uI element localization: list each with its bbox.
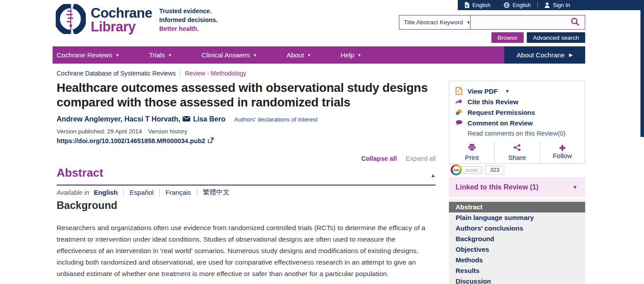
outline-item-discussion[interactable]: Discussion — [449, 276, 585, 284]
language-espanol[interactable]: Español — [130, 189, 153, 196]
search-input[interactable] — [471, 15, 565, 29]
utility-bar: English English Sign In — [458, 0, 644, 10]
site-language-label: English — [513, 2, 531, 8]
search-scope-label: Title Abstract Keyword — [404, 19, 463, 26]
permissions-icon — [455, 109, 463, 115]
language-francais[interactable]: Français — [165, 189, 191, 196]
nav-label: About — [287, 51, 304, 59]
print-button[interactable]: Print — [449, 141, 494, 163]
outline-item-objectives[interactable]: Objectives — [449, 244, 585, 255]
request-permissions-label: Request Permissions — [468, 109, 535, 116]
request-permissions-button[interactable]: Request Permissions — [455, 107, 585, 117]
version-history-link[interactable]: Version history — [148, 128, 188, 135]
window-scrollbar[interactable] — [640, 0, 644, 137]
language-english[interactable]: English — [94, 189, 118, 196]
article-actions-box: View PDF ▼ Cite this Review Request Perm… — [449, 81, 585, 142]
altmetric-logo-text: Am — [452, 166, 460, 174]
nav-about[interactable]: About▼ — [287, 51, 311, 59]
nav-clinical-answers[interactable]: Clinical Answers▼ — [202, 51, 257, 59]
sign-in-label: Sign In — [553, 2, 570, 8]
abstract-section-header: Abstract ▲ — [57, 166, 436, 186]
nav-label: Trials — [149, 51, 165, 59]
collapse-all-link[interactable]: Collapse all — [361, 155, 397, 162]
author-corresponding[interactable]: Lisa Bero — [193, 115, 225, 123]
follow-label: Follow — [553, 152, 572, 159]
collapse-section-icon[interactable]: ▲ — [430, 172, 436, 179]
expand-all-link[interactable]: Expand all — [406, 155, 436, 162]
chevron-down-icon: ▼ — [115, 53, 119, 57]
external-link-icon — [208, 137, 214, 144]
breadcrumb-database-link[interactable]: Cochrane Database of Systematic Reviews — [57, 70, 176, 77]
outline-item-results[interactable]: Results — [449, 265, 585, 276]
language-chinese[interactable]: 繁體中文 — [203, 188, 230, 197]
declarations-link[interactable]: Authors' declarations of interest — [234, 116, 318, 123]
content-language-label: English — [472, 2, 491, 8]
chevron-down-icon: ▼ — [505, 89, 510, 94]
sign-in-button[interactable]: Sign In — [538, 0, 577, 10]
linked-to-review-label: Linked to this Review (1) — [449, 183, 539, 191]
advanced-search-button[interactable]: Advanced search — [527, 32, 585, 43]
plus-icon: ✚ — [559, 146, 565, 151]
read-comments-link[interactable]: Read comments on this Review(0) — [455, 128, 585, 139]
cite-review-label: Cite this Review — [468, 98, 518, 106]
outline-item-abstract[interactable]: Abstract — [449, 202, 585, 212]
nav-help[interactable]: Help▼ — [341, 51, 361, 59]
version-published: Version published: 29 April 2014 — [57, 128, 142, 135]
print-label: Print — [465, 154, 479, 161]
cite-arrow-icon — [455, 98, 463, 105]
nav-label: Help — [341, 51, 354, 59]
language-separator — [123, 189, 124, 196]
chevron-down-icon: ▼ — [253, 53, 257, 57]
search-bar: Title Abstract Keyword ▼ — [399, 15, 585, 30]
tagline-line2: Informed decisions. — [159, 15, 218, 24]
outline-item-authors-conclusions[interactable]: Authors' conclusions — [449, 223, 585, 234]
search-submit-button[interactable] — [565, 15, 585, 29]
chevron-down-icon: ▼ — [572, 184, 578, 190]
view-pdf-button[interactable]: View PDF ▼ — [455, 86, 585, 96]
available-in-label: Available in — [57, 189, 89, 196]
cite-review-button[interactable]: Cite this Review — [455, 96, 585, 107]
browse-button[interactable]: Browse — [491, 32, 524, 43]
comment-bubble-icon — [455, 120, 463, 126]
site-language-menu[interactable]: English — [497, 0, 537, 10]
breadcrumb-review-type: Review - Methodology — [185, 70, 246, 77]
authors-leading[interactable]: Andrew Anglemyer, Hacsi T Horvath, — [57, 115, 180, 123]
search-scope-dropdown[interactable]: Title Abstract Keyword ▼ — [399, 15, 471, 29]
outline-item-methods[interactable]: Methods — [449, 255, 585, 265]
content-language-menu[interactable]: English — [458, 0, 497, 10]
outline-item-plain-language-summary[interactable]: Plain language summary — [449, 212, 585, 223]
tagline-line3: Better health. — [159, 24, 218, 33]
linked-to-review-toggle[interactable]: Linked to this Review (1) ▼ — [449, 177, 585, 197]
follow-button[interactable]: ✚ Follow — [540, 141, 585, 163]
pdf-icon — [455, 87, 463, 95]
chevron-down-icon: ▼ — [168, 53, 172, 57]
main-nav: Cochrane Reviews▼ Trials▼ Clinical Answe… — [53, 46, 585, 64]
nav-cochrane-reviews[interactable]: Cochrane Reviews▼ — [57, 51, 119, 59]
header-link-buttons: Browse Advanced search — [399, 32, 585, 43]
doi-link[interactable]: https://doi.org/10.1002/14651858.MR00003… — [57, 137, 214, 144]
breadcrumb-separator — [180, 70, 180, 77]
chevron-right-icon: ▶ — [569, 52, 572, 58]
altmetric-donut-icon: Am — [451, 164, 462, 175]
chevron-down-icon: ▼ — [307, 53, 311, 57]
print-icon — [468, 144, 476, 153]
language-switcher: Available in English Español Français 繁體… — [57, 188, 230, 197]
cochrane-logo-icon[interactable] — [56, 4, 86, 36]
share-button[interactable]: Share — [494, 141, 539, 163]
print-share-follow-bar: Print Share ✚ Follow — [449, 141, 585, 164]
tagline-line1: Trusted evidence. — [159, 7, 218, 15]
user-icon — [544, 2, 550, 8]
breadcrumb: Cochrane Database of Systematic Reviews … — [57, 70, 246, 77]
altmetric-score-label: score — [460, 166, 482, 174]
share-icon — [514, 144, 521, 153]
document-outline: Abstract Plain language summary Authors'… — [449, 199, 585, 284]
globe-icon — [504, 2, 510, 8]
about-cochrane-button[interactable]: About Cochrane ▶ — [504, 46, 585, 64]
comment-on-review-button[interactable]: Comment on Review — [455, 117, 585, 128]
outline-item-background[interactable]: Background — [449, 234, 585, 244]
nav-trials[interactable]: Trials▼ — [149, 51, 172, 59]
altmetric-badge[interactable]: Am score 323 — [451, 164, 504, 176]
brand-wordmark[interactable]: Cochrane Library — [91, 6, 152, 34]
section-controls: Collapse all Expand all — [57, 155, 436, 162]
chevron-down-icon: ▼ — [467, 20, 471, 25]
